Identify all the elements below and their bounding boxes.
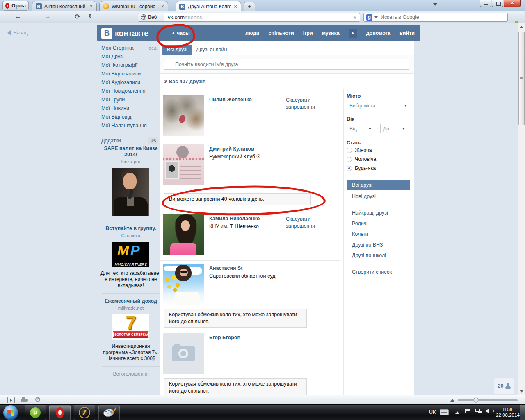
sidebar-item-audio[interactable]: Мої Аудіозаписи [101,78,158,87]
tab-list-chevron-icon[interactable] [433,3,437,6]
gender-radio-female[interactable]: Жіноча [347,147,372,153]
friend-avatar[interactable] [163,95,204,136]
friend-search-input[interactable] [164,59,409,70]
forward-button[interactable]: → [44,13,51,20]
tab-friends-online[interactable]: Друзі онлайн [191,45,232,55]
google-search-input[interactable] [380,14,488,21]
friend-avatar[interactable] [163,264,204,305]
tab-close-icon[interactable]: ✕ [234,4,237,9]
friend-avatar[interactable] [163,214,204,255]
ad-image-mmcis-logo[interactable]: M P MMCISPARTNERS [112,242,149,267]
opera-menu-button[interactable]: Opera [2,1,29,11]
nav-music[interactable]: музика [322,30,340,36]
friend-avatar-placeholder[interactable] [163,333,204,374]
new-tab-button[interactable]: ＋ [244,2,255,11]
ad-title[interactable]: Вступайте в группу. [100,226,162,232]
sidebar-item-photos[interactable]: Мої Фотографії [101,61,158,69]
scrollbar-thumb[interactable] [518,32,525,125]
sidebar-item-news[interactable]: Мої Новини [101,104,158,112]
back-button[interactable]: ← [15,13,21,20]
all-ads-link[interactable]: Всі оголошення [100,371,162,377]
sidebar-item-friends[interactable]: Мої Друзі [101,52,158,61]
page-back-link[interactable]: Назад [7,30,28,36]
turbo-gauge-icon[interactable] [35,397,40,402]
tray-chevron-up-icon[interactable] [455,411,459,414]
age-to-select[interactable]: До [380,124,408,133]
reload-button[interactable]: ⟳ [75,13,80,21]
bookmark-star-icon[interactable]: ★ [352,14,357,21]
list-new-friends[interactable]: Нові друзі [347,192,410,202]
google-search-box[interactable]: g [363,13,508,22]
search-engine-chevron-icon[interactable] [374,16,378,18]
sidebar-item-settings[interactable]: Мої Налаштування [101,121,158,130]
web-mode-button[interactable]: Веб [138,13,164,21]
list-all-friends[interactable]: Всі друзі [347,180,410,190]
url-text[interactable]: vk.com/friends [168,14,202,21]
address-bar[interactable]: Веб vk.com/friends ★ [138,13,360,22]
key-icon[interactable]: ⚷ [88,13,92,19]
minimize-button[interactable] [480,0,491,7]
speaker-icon[interactable] [486,409,489,413]
ad-domain[interactable]: kinza.pro [100,159,162,164]
keyboard-icon[interactable] [440,409,449,415]
network-icon[interactable] [475,409,482,413]
friend-name[interactable]: Анастасия St [209,265,242,271]
age-from-select[interactable]: Від [347,124,374,133]
fit-width-icon[interactable] [450,399,454,402]
nav-logout[interactable]: вийти [399,30,415,36]
taskbar-clock[interactable]: 8:58 22.08.2014 [493,406,523,418]
sidebar-item-my-page[interactable]: Моя Сторінка ред. [101,43,158,52]
sidebar-item-apps[interactable]: Додатки +5 [101,136,158,146]
taskbar-paint-button[interactable] [98,405,120,420]
header-app-link-chasy[interactable]: часы [172,30,190,36]
cancel-request-link[interactable]: Скасувати запрошення [286,97,321,111]
show-desktop-button[interactable] [520,405,525,420]
sidebar-item-videos[interactable]: Мої Відеозаписи [101,69,158,78]
friend-avatar[interactable] [163,144,204,185]
list-best-friends[interactable]: Найкращі друзі [347,208,410,218]
ad-title[interactable]: Ежемесячный доход [100,298,162,304]
browser-tab-1[interactable]: В Антон Колгоспний ✕ [32,1,97,11]
tab-close-icon[interactable]: ✕ [161,4,164,9]
list-university-friends[interactable]: Друзі по ВНЗ [347,240,410,250]
action-center-flag-icon[interactable] [465,409,471,413]
gender-radio-male[interactable]: Чоловіча [347,156,376,162]
friend-name[interactable]: Камила Николаенко [209,216,260,221]
maximize-button[interactable] [492,0,503,7]
list-colleagues[interactable]: Колеги [347,229,410,240]
ad-title[interactable]: SAPE палит на Кинзе 2014! [100,146,162,158]
opera-link-cloud-icon[interactable] [21,399,28,402]
list-relatives[interactable]: Родичі [347,219,410,229]
list-school-friends[interactable]: Друзі по школі [347,251,410,261]
nav-people[interactable]: люди [245,30,259,36]
cancel-request-link[interactable]: Скасувати запрошення [286,216,321,230]
vertical-scrollbar[interactable] [518,23,525,395]
browser-tab-2[interactable]: WMmail.ru - сервис п... ✕ [99,1,168,11]
taskbar-utorrent-button[interactable] [25,405,46,420]
sidebar-item-messages[interactable]: Мої Повідомлення [101,87,158,95]
vk-logo[interactable]: В контакте [101,28,148,39]
ad-subtitle[interactable]: Сторінка [100,233,162,238]
sidebar-item-groups[interactable]: Мої Групи [101,95,158,104]
nav-more-arrow-button[interactable] [349,29,357,38]
nav-games[interactable]: ігри [303,30,313,36]
taskbar-opera-button[interactable] [49,405,71,420]
nav-communities[interactable]: спільноти [268,30,294,36]
close-button[interactable]: ✕ [504,0,521,7]
friend-name[interactable]: Егор Егоров [209,335,240,340]
friend-name[interactable]: Пилип Жовтенко [209,97,252,103]
gender-radio-any[interactable]: Будь-яка [347,165,376,171]
tab-all-friends[interactable]: Всі друзі [162,45,192,55]
ad-image-man[interactable] [112,168,149,216]
scroll-up-button[interactable] [518,23,525,30]
edit-link[interactable]: ред. [149,46,158,50]
online-friends-badge[interactable]: 20 [494,378,514,394]
ad-image-golden-seven[interactable]: 7 ЗОЛОТАЯ СЕМЕРКА [112,314,149,340]
language-indicator[interactable]: UK [429,409,436,415]
zoom-slider-track[interactable] [458,399,518,401]
taskbar-daemon-tools-button[interactable] [74,405,95,420]
city-select[interactable]: Вибір міста [347,101,410,110]
tab-close-icon[interactable]: ✕ [89,4,93,9]
sidebar-item-answers[interactable]: Мої Відповіді [101,112,158,121]
create-list-link[interactable]: Створити список [347,267,410,277]
